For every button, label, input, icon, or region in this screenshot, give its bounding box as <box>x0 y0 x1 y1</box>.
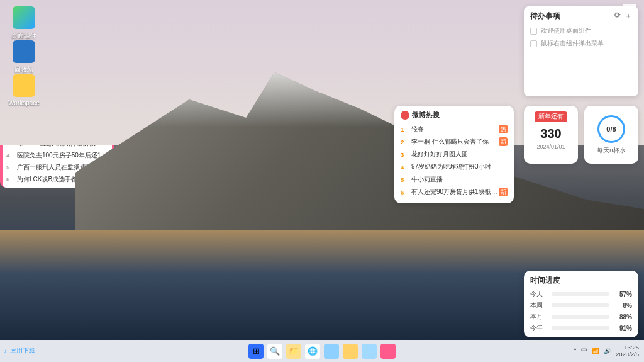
recycle-icon <box>13 40 35 63</box>
app2-icon[interactable] <box>343 344 358 359</box>
todo-item[interactable]: 欢迎使用桌面组件 <box>529 25 633 37</box>
taskbar-center: ⊞🔍📁🌐 <box>248 344 396 359</box>
chrome-icon[interactable]: 🌐 <box>305 344 320 359</box>
water-label: 每天8杯水 <box>597 147 625 155</box>
desktop-icon-widgets[interactable]: 桌面组件 <box>6 6 42 40</box>
weibo-item[interactable]: 2李一桐 什么都瞒只会害了你新 <box>401 135 508 148</box>
time-progress-widget[interactable]: 时间进度 今天57% 本周8% 本月88% 今年91% <box>524 271 638 337</box>
progress-title: 时间进度 <box>530 276 632 285</box>
countdown-date: 2024/01/01 <box>526 144 575 150</box>
water-widget[interactable]: 0/8 每天8杯水 <box>584 106 638 164</box>
todo-title: 待办事项 <box>530 11 560 21</box>
todo-item[interactable]: 鼠标右击组件弹出菜单 <box>529 37 633 50</box>
icon-label: 回收站 <box>14 66 33 73</box>
lang-indicator[interactable]: 中 <box>581 347 587 355</box>
refresh-icon[interactable]: ⟳ <box>614 11 621 21</box>
app3-icon[interactable] <box>362 344 377 359</box>
todo-list: 欢迎使用桌面组件 鼠标右击组件弹出菜单 <box>524 25 638 50</box>
chevron-up-icon[interactable]: ˄ <box>574 348 577 354</box>
volume-icon[interactable]: 🔊 <box>604 348 611 354</box>
bili-item[interactable]: 4医院免去100元房子50年后还10万 <box>6 149 108 161</box>
taskbar: ♪ 应用下载 ⊞🔍📁🌐 ˄ 中 📶 🔊 13:25 2023/2/5 <box>0 340 644 362</box>
countdown-widget[interactable]: 新年还有 330 2024/01/01 <box>524 106 578 164</box>
countdown-days: 330 <box>526 127 575 141</box>
weibo-list: 1轻春热 2李一桐 什么都瞒只会害了你新 3花好灯好好月圆人圆 497岁奶奶为吃… <box>394 122 514 203</box>
progress-row: 本周8% <box>530 300 632 311</box>
icon-label: 桌面组件 <box>11 32 36 39</box>
app4-icon[interactable] <box>380 344 396 359</box>
weibo-header: 微博热搜 <box>394 106 514 122</box>
todo-widget[interactable]: 待办事项 ⟳ ＋ 欢迎使用桌面组件 鼠标右击组件弹出菜单 <box>524 6 638 96</box>
checkbox-icon[interactable] <box>530 40 537 47</box>
checkbox-icon[interactable] <box>530 28 537 35</box>
start-icon[interactable]: ⊞ <box>248 344 264 359</box>
system-tray[interactable]: ˄ 中 📶 🔊 13:25 2023/2/5 <box>574 344 639 358</box>
progress-row: 今年91% <box>530 322 632 334</box>
weibo-widget[interactable]: 微博热搜 1轻春热 2李一桐 什么都瞒只会害了你新 3花好灯好好月圆人圆 497… <box>394 106 514 203</box>
weibo-logo-icon <box>401 111 409 120</box>
weibo-item[interactable]: 1轻春热 <box>401 123 508 135</box>
widgets-icon <box>13 6 35 29</box>
clock[interactable]: 13:25 2023/2/5 <box>616 344 639 358</box>
desktop-icon-recycle[interactable]: 回收站 <box>6 40 42 74</box>
folder-icon <box>13 74 35 97</box>
explorer-icon[interactable]: 📁 <box>286 344 301 359</box>
icon-label: Workspace <box>8 99 40 106</box>
countdown-title: 新年还有 <box>535 111 567 122</box>
weibo-item[interactable]: 5牛小莉直播 <box>401 173 508 186</box>
wifi-icon[interactable]: 📶 <box>592 348 599 354</box>
app1-icon[interactable] <box>324 344 339 359</box>
search-icon[interactable]: 🔍 <box>267 344 282 359</box>
water-ring-icon: 0/8 <box>597 115 625 143</box>
weibo-title: 微博热搜 <box>412 110 440 120</box>
weibo-item[interactable]: 3花好灯好好月圆人圆 <box>401 148 508 161</box>
progress-row: 今天57% <box>530 288 632 300</box>
progress-row: 本月88% <box>530 311 632 322</box>
weibo-item[interactable]: 6有人还完90万房贷月供1块抵个税新 <box>401 186 508 198</box>
taskbar-corner[interactable]: ♪ 应用下载 <box>4 347 35 355</box>
note-icon: ♪ <box>4 348 7 354</box>
weibo-item[interactable]: 497岁奶奶为吃炸鸡打扮3小时 <box>401 161 508 173</box>
add-icon[interactable]: ＋ <box>625 11 632 21</box>
desktop-icon-workspace[interactable]: Workspace <box>6 74 42 106</box>
